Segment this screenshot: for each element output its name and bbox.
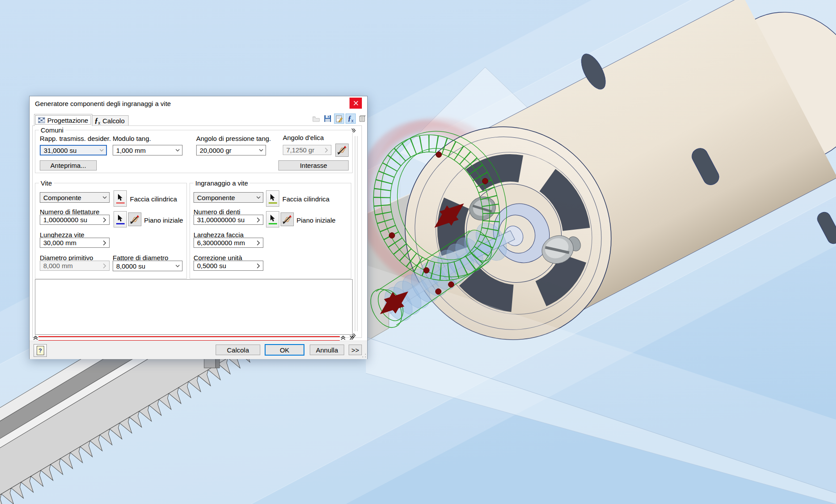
more-button[interactable]: >> <box>349 345 362 355</box>
chevron-down-icon <box>97 146 106 155</box>
tab-calcolo[interactable]: ƒx Calcolo <box>91 115 129 126</box>
helix-measure-button[interactable] <box>335 144 349 157</box>
manual-calculation-button[interactable] <box>357 114 367 124</box>
ingranaggio-denti-field[interactable]: 31,00000000 su <box>194 215 263 225</box>
plane-arrow-icon <box>130 215 140 224</box>
group-vite-legend: Vite <box>39 179 54 187</box>
vite-diametro-field[interactable]: 8,000 mm <box>40 261 110 271</box>
spin-arrow-icon[interactable] <box>254 238 263 247</box>
help-button[interactable]: ? <box>34 344 47 357</box>
group-comuni: Comuni Rapp. trasmiss. desider. Modulo t… <box>35 130 353 173</box>
helix-angle-field[interactable]: 7,1250 gr <box>283 145 331 155</box>
chevron-down-icon <box>100 193 109 202</box>
vite-piano-label: Piano iniziale <box>144 216 183 224</box>
spin-arrow-icon <box>100 261 109 270</box>
dialog-titlebar[interactable]: Generatore componenti degli ingranaggi a… <box>30 96 367 111</box>
open-folder-icon <box>312 116 320 122</box>
collapse-chevron-icon[interactable] <box>340 334 346 341</box>
chevron-down-icon <box>254 193 263 202</box>
ratio-combo[interactable]: 31,0000 su <box>40 145 107 155</box>
ingranaggio-faccia-select-button[interactable] <box>266 190 279 207</box>
side-splitter[interactable] <box>357 136 357 331</box>
spin-arrow-icon[interactable] <box>254 261 263 270</box>
ok-button[interactable]: OK <box>265 344 304 356</box>
spin-arrow-icon[interactable] <box>100 215 109 224</box>
chevron-down-icon <box>173 261 182 271</box>
ingranaggio-piano-label: Piano iniziale <box>296 216 335 224</box>
ingranaggio-larghezza-field[interactable]: 6,30000000 mm <box>194 238 263 248</box>
plane-arrow-icon <box>282 215 292 224</box>
vite-lunghezza-field[interactable]: 30,000 mm <box>40 238 110 248</box>
vite-componente-combo[interactable]: Componente <box>40 192 110 203</box>
group-ingranaggio-legend: Ingranaggio a vite <box>194 179 250 187</box>
vite-piano-select-button[interactable] <box>114 211 127 227</box>
spin-arrow-icon <box>322 145 331 155</box>
pressure-angle-combo[interactable]: 20,0000 gr <box>196 145 266 155</box>
worm-gear-generator-dialog: Generatore componenti degli ingranaggi a… <box>29 96 368 359</box>
ingranaggio-faccia-label: Faccia cilindrica <box>282 195 330 203</box>
red-underline <box>116 202 125 204</box>
fx-icon: ƒx <box>348 114 353 123</box>
help-icon: ? <box>37 346 44 355</box>
vite-faccia-label: Faccia cilindrica <box>130 195 177 203</box>
fx-parameters-button[interactable]: ƒx <box>346 114 356 124</box>
helix-angle-label: Angolo d'elica <box>283 134 324 141</box>
anteprima-button[interactable]: Anteprima... <box>40 160 97 171</box>
annulla-button[interactable]: Annulla <box>310 345 344 355</box>
tab-progettazione-label: Progettazione <box>47 117 88 124</box>
design-grid-icon <box>38 117 45 124</box>
side-splitter[interactable] <box>355 136 355 331</box>
vite-fattore-combo[interactable]: 8,0000 su <box>113 261 182 271</box>
ingranaggio-piano-plane-button[interactable] <box>281 212 294 226</box>
select-cursor-icon <box>118 194 123 201</box>
resize-grip[interactable] <box>362 353 366 358</box>
close-button[interactable] <box>350 98 362 109</box>
module-combo[interactable]: 1,000 mm <box>113 145 182 155</box>
chevron-down-icon <box>173 145 182 155</box>
plane-arrow-icon <box>337 145 347 155</box>
save-icon <box>324 115 331 122</box>
ingranaggio-correzione-field[interactable]: 0,5000 su <box>194 261 263 271</box>
ingranaggio-piano-select-button[interactable] <box>266 211 279 227</box>
chevron-down-icon <box>257 145 266 155</box>
spin-arrow-icon[interactable] <box>254 215 263 224</box>
collapse-chevron-icon[interactable] <box>33 334 38 341</box>
open-folder-button[interactable] <box>311 114 321 124</box>
tab-progettazione[interactable]: Progettazione <box>34 114 92 126</box>
tab-calcolo-label: Calcolo <box>103 117 125 125</box>
vite-filettature-field[interactable]: 1,00000000 su <box>40 215 110 225</box>
calcola-button[interactable]: Calcola <box>216 345 260 355</box>
template-edit-icon <box>336 115 343 122</box>
spin-arrow-icon[interactable] <box>100 238 109 247</box>
select-cursor-icon <box>270 194 275 201</box>
template-edit-button[interactable] <box>334 114 344 124</box>
save-button[interactable] <box>323 114 333 124</box>
group-comuni-legend: Comuni <box>39 126 65 134</box>
expand-chevron-icon[interactable] <box>349 334 355 341</box>
ratio-label: Rapp. trasmiss. desider. <box>40 135 111 142</box>
dialog-title: Generatore componenti degli ingranaggi a… <box>35 96 171 111</box>
manual-icon <box>359 115 366 122</box>
module-label: Modulo tang. <box>113 135 151 142</box>
group-vite: Vite Componente Faccia cilindrica Numero… <box>35 183 187 279</box>
message-list[interactable] <box>35 279 353 335</box>
pressure-angle-label: Angolo di pressione tang. <box>196 135 271 142</box>
green-underline <box>269 223 277 224</box>
select-cursor-icon <box>270 215 275 222</box>
blue-underline <box>116 223 125 224</box>
olive-underline <box>269 202 277 204</box>
fx-icon: ƒx <box>95 117 100 125</box>
interasse-button[interactable]: Interasse <box>278 160 349 171</box>
close-icon <box>353 101 358 106</box>
dialog-toolbar: ƒx <box>311 114 367 124</box>
vite-faccia-select-button[interactable] <box>114 190 127 207</box>
app-window: Generatore componenti degli ingranaggi a… <box>0 0 836 504</box>
select-cursor-icon <box>118 215 123 222</box>
ingranaggio-componente-combo[interactable]: Componente <box>194 192 263 203</box>
vite-piano-plane-button[interactable] <box>128 212 141 226</box>
group-ingranaggio: Ingranaggio a vite Componente Faccia cil… <box>190 183 351 279</box>
